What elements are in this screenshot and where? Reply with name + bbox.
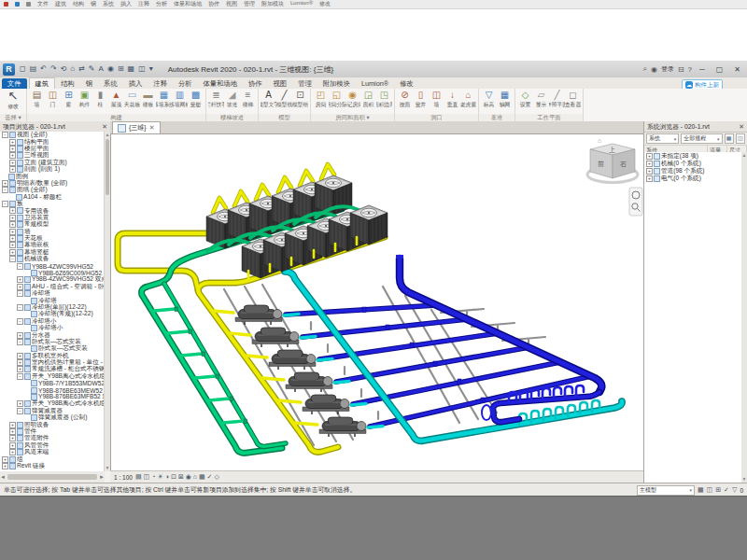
tool-button[interactable]: ≡ 楼梯 [240, 90, 256, 109]
tree-item[interactable]: + AHU - 组合式 - 空调箱 - 卧式 - 标准 - 2000 - 100… [0, 284, 104, 290]
ribbon-tab[interactable]: Lumion® [356, 78, 394, 89]
help-icon[interactable]: ? [688, 65, 692, 74]
expander-icon[interactable]: − [17, 304, 23, 311]
store-icon[interactable]: ⊟ [678, 65, 684, 74]
view-control-icon[interactable]: ✓ [207, 472, 213, 482]
section-icon[interactable]: ⊞ [116, 65, 126, 73]
expander-icon[interactable]: + [17, 276, 23, 283]
viewcube[interactable]: ⌂ 上 前 右 [587, 137, 638, 183]
project-browser-hscrollbar[interactable]: ◄ ► [0, 471, 105, 483]
expander-icon[interactable]: + [17, 284, 23, 290]
tool-button[interactable]: ▱ 显示 [533, 90, 549, 109]
tree-item[interactable]: + 照明设备 [0, 421, 104, 427]
ribbon-tab[interactable]: 修改 [394, 78, 419, 89]
expander-icon[interactable]: + [9, 152, 16, 159]
expander-icon[interactable]: + [17, 359, 23, 366]
text-icon[interactable]: A [97, 65, 106, 73]
tree-item[interactable]: + 管件 [0, 428, 104, 435]
revit-logo-icon[interactable]: R [3, 63, 15, 76]
tool-button[interactable]: ▽ 标高 [481, 90, 497, 109]
expander-icon[interactable]: + [9, 146, 16, 152]
tool-button[interactable]: ▬ 楼板 [140, 90, 156, 109]
scroll-up-icon[interactable]: ▲ [741, 152, 747, 159]
tool-button[interactable]: ⊞ 窗 [61, 90, 77, 109]
expander-icon[interactable]: − [17, 373, 23, 380]
tree-item[interactable]: + Revit 链接 [0, 463, 104, 469]
discipline-filter-select[interactable]: 全部规程▾ [681, 133, 722, 144]
expander-icon[interactable]: − [17, 263, 23, 270]
tool-button[interactable]: ↓ 垂直 [444, 90, 460, 109]
tool-button[interactable]: ◇ 设置 [517, 90, 533, 109]
status-icon[interactable]: ▦ [698, 486, 704, 494]
tool-button[interactable]: ◢ 坡道 [224, 90, 240, 109]
tool-button[interactable]: ▤ 墙 [29, 90, 45, 109]
expander-icon[interactable]: − [17, 318, 23, 325]
filter-icon[interactable]: ▽ [732, 486, 737, 494]
expander-icon[interactable]: + [9, 422, 16, 428]
expander-icon[interactable]: + [646, 175, 653, 182]
tool-button[interactable]: ⊡ 模型组 [292, 90, 308, 109]
restore-button[interactable]: ▢ [712, 65, 727, 74]
tool-button[interactable]: ▯ 竖井 [413, 90, 429, 109]
view-control-icon[interactable]: ▤ [135, 472, 142, 482]
tree-item[interactable]: + 常规模型 [0, 221, 104, 228]
tool-button[interactable]: ◳ 面积边界 [376, 90, 392, 109]
ribbon-tab[interactable]: 协作 [243, 78, 268, 89]
system-browser-vscrollbar[interactable]: ▲ ▼ [741, 152, 747, 483]
expander-icon[interactable]: + [9, 166, 16, 173]
system-row[interactable]: + 电气(0 个系统) [644, 175, 741, 182]
tree-item[interactable]: − 开关_Y98B离心式冷水机组 双向出管 [0, 373, 104, 380]
tool-button[interactable]: ▥ 幕墙网格 [172, 90, 188, 109]
expander-icon[interactable]: − [2, 187, 8, 193]
navigation-bar[interactable] [629, 188, 642, 216]
tool-button[interactable]: ⌂ 老虎窗 [460, 90, 476, 109]
expander-icon[interactable]: + [9, 435, 16, 441]
ribbon-tab[interactable]: 结构 [55, 78, 80, 89]
scroll-left-icon[interactable]: ◄ [0, 474, 6, 480]
expander-icon[interactable]: + [9, 139, 16, 146]
status-icon[interactable]: ✓ [724, 486, 729, 494]
tree-item[interactable]: + 楼层平面 [0, 146, 104, 152]
sign-in-label[interactable]: 登录 [661, 64, 674, 74]
home-icon[interactable]: ⌂ [68, 65, 77, 73]
scroll-down-icon[interactable]: ▼ [741, 476, 747, 483]
system-browser-title[interactable]: 系统浏览器 - 020-1.rvt ✕ [644, 121, 747, 133]
expander-icon[interactable]: − [17, 408, 23, 414]
viewcube-home-icon[interactable]: ⌂ [598, 137, 601, 144]
tool-button[interactable]: ◰ 房间 [313, 90, 329, 109]
menu-down-icon[interactable]: ▾ [148, 65, 155, 73]
tool-button[interactable]: ▦ 轴网 [497, 90, 513, 109]
tree-item[interactable]: + 幕墙嵌板 [0, 242, 104, 248]
tool-button[interactable]: ▮ 柱 [92, 90, 108, 109]
tree-item[interactable]: + 专用设备 [0, 207, 104, 214]
system-filter-select[interactable]: 系统▾ [646, 133, 679, 144]
expander-icon[interactable]: + [9, 449, 16, 455]
tool-button[interactable]: A 模型文字 [261, 90, 276, 109]
expander-icon[interactable]: + [17, 332, 23, 339]
expander-icon[interactable]: + [9, 207, 16, 214]
scroll-right-icon[interactable]: ► [99, 474, 105, 480]
tree-item[interactable]: + 管道附件 [0, 435, 104, 441]
ribbon-tab[interactable]: 视图 [268, 78, 293, 89]
tool-button[interactable]: ▩ 竖梃 [188, 90, 204, 109]
tree-item[interactable]: − 族 [0, 201, 104, 207]
expander-icon[interactable]: + [9, 221, 16, 228]
tree-item[interactable]: + 卫浴装置 [0, 215, 104, 221]
expander-icon[interactable]: − [2, 201, 8, 207]
ribbon-tab[interactable]: 插入 [123, 78, 148, 89]
view-control-icon[interactable]: ⊠ [178, 472, 184, 482]
ribbon-tab[interactable]: 建筑 [29, 77, 56, 89]
switch-windows-icon[interactable]: ⇄ [77, 65, 87, 73]
expander-icon[interactable]: − [9, 256, 16, 262]
view-control-icon[interactable]: ◫ [144, 472, 150, 482]
close-icon[interactable]: ✕ [739, 123, 744, 131]
view-tab-3d[interactable]: {三维} ✕ [112, 121, 161, 133]
tree-item[interactable]: Y98B-7/Y1B553MDW52 [0, 380, 104, 386]
default-3d-view-icon[interactable]: ◉ [106, 65, 116, 73]
tool-button[interactable]: ▭ 天花板 [124, 90, 140, 109]
expander-icon[interactable]: + [17, 400, 23, 407]
expander-icon[interactable]: + [9, 249, 16, 256]
expander-icon[interactable]: + [9, 229, 16, 235]
view-tab-close-icon[interactable]: ✕ [149, 124, 155, 132]
minimize-button[interactable]: ─ [696, 65, 709, 74]
